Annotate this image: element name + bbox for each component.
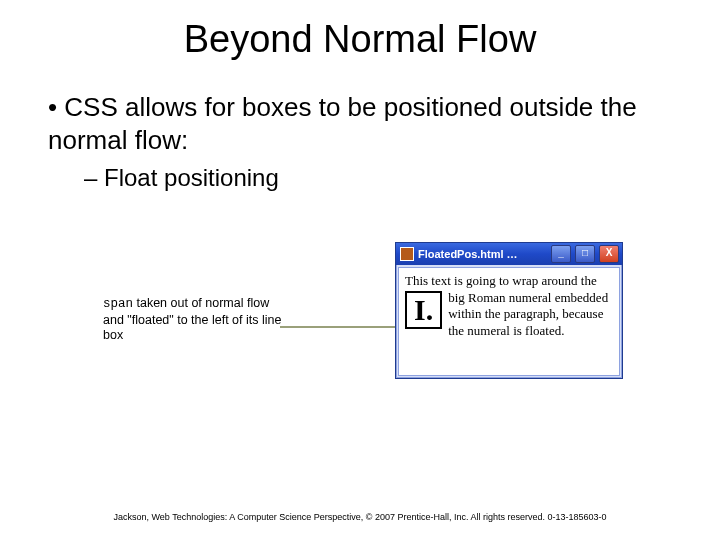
- slide-title: Beyond Normal Flow: [0, 18, 720, 61]
- bullet-main: CSS allows for boxes to be positioned ou…: [48, 91, 680, 156]
- minimize-button[interactable]: _: [551, 245, 571, 263]
- window-content: This text is going to wrap around the bi…: [398, 267, 620, 376]
- footer: Jackson, Web Technologies: A Computer Sc…: [0, 512, 720, 522]
- float-span: I.: [405, 291, 442, 329]
- connector-line: [280, 326, 396, 328]
- annotation: span taken out of normal flow and "float…: [103, 296, 283, 344]
- window-title: FloatedPos.html …: [418, 248, 547, 260]
- titlebar: FloatedPos.html … _ □ X: [396, 243, 622, 265]
- app-icon: [400, 247, 414, 261]
- bullet-sub: Float positioning: [84, 164, 720, 192]
- maximize-button[interactable]: □: [575, 245, 595, 263]
- close-button[interactable]: X: [599, 245, 619, 263]
- browser-window: FloatedPos.html … _ □ X This text is goi…: [395, 242, 623, 379]
- annotation-code: span: [103, 297, 133, 311]
